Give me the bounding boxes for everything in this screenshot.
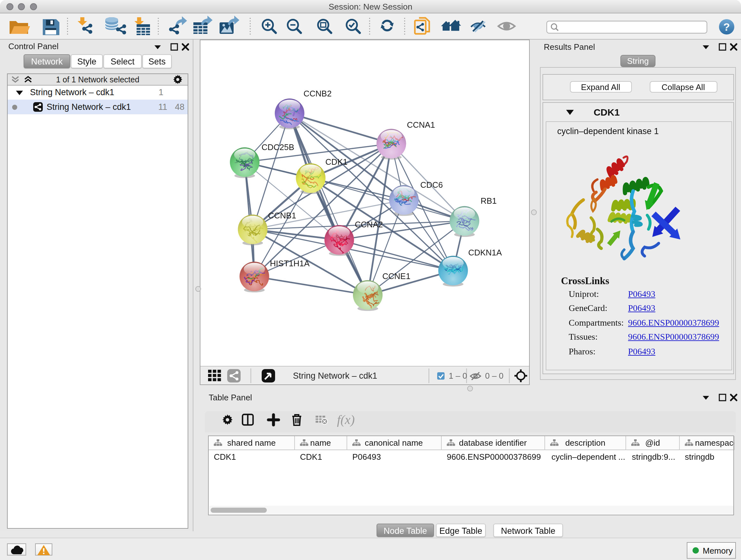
svg-text:CDC25B: CDC25B [261, 142, 294, 152]
svg-text:CDK1: CDK1 [326, 157, 347, 167]
svg-text:?: ? [724, 21, 730, 33]
svg-text:CDC6: CDC6 [420, 180, 443, 190]
svg-text:HIST1H1A: HIST1H1A [270, 259, 310, 268]
svg-text:CCNE1: CCNE1 [382, 271, 410, 281]
svg-text:RB1: RB1 [481, 196, 497, 206]
svg-text:CCNA2: CCNA2 [355, 220, 383, 229]
svg-text:CDKN1A: CDKN1A [468, 248, 502, 257]
svg-text:CCNA1: CCNA1 [407, 120, 435, 130]
svg-text:CCNB1: CCNB1 [268, 211, 296, 220]
svg-text:CCNB2: CCNB2 [304, 89, 332, 98]
